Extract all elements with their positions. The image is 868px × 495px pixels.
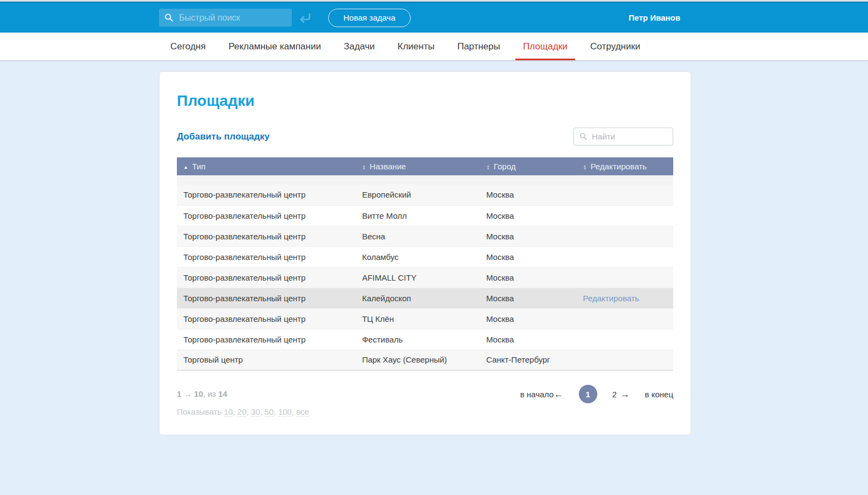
- cell-city: Москва: [480, 185, 576, 205]
- table-row[interactable]: Торгово-развлекательный центрAFIMALL CIT…: [177, 267, 673, 288]
- table-row[interactable]: Торгово-развлекательный центрВитте МоллМ…: [177, 205, 673, 226]
- new-task-button[interactable]: Новая задача: [328, 9, 411, 27]
- table-search-input[interactable]: [592, 132, 667, 141]
- cell-city: Санкт-Петербург: [480, 350, 576, 370]
- page-button-1[interactable]: 1: [579, 385, 597, 403]
- sort-both-icon: ▲▼: [486, 164, 490, 170]
- venues-table: ▲Тип▲▼Название▲▼Город▲▼Редактировать Тор…: [177, 157, 673, 371]
- pagination-first-button[interactable]: в начало: [520, 390, 554, 399]
- cell-city: Москва: [480, 267, 576, 288]
- records-range: 1 → 10, из 14: [177, 389, 309, 398]
- sort-both-icon: ▲▼: [362, 164, 366, 170]
- edit-row-link: [577, 350, 673, 370]
- quick-search-box[interactable]: [159, 9, 292, 27]
- cell-type: Торгово-развлекательный центр: [177, 288, 355, 308]
- main-navigation: СегодняРекламные кампанииЗадачиКлиентыПа…: [0, 33, 868, 61]
- column-header-type[interactable]: ▲Тип: [177, 157, 355, 175]
- nav-tab-clients[interactable]: Клиенты: [390, 33, 442, 60]
- table-row[interactable]: Торгово-развлекательный центрЕвропейский…: [177, 185, 673, 205]
- table-search-box[interactable]: [573, 128, 673, 145]
- quick-search-input[interactable]: [179, 13, 291, 23]
- cell-type: Торгово-развлекательный центр: [177, 226, 355, 246]
- table-row[interactable]: Торгово-развлекательный центрКалейдоскоп…: [177, 288, 673, 308]
- cell-city: Москва: [480, 246, 576, 267]
- edit-row-link[interactable]: Редактировать: [577, 288, 673, 308]
- nav-tab-employees[interactable]: Сотрудники: [583, 33, 648, 60]
- cell-name: Коламбус: [355, 246, 480, 267]
- cell-type: Торгово-развлекательный центр: [177, 329, 355, 350]
- cell-type: Торгово-развлекательный центр: [177, 185, 355, 205]
- cell-city: Москва: [480, 308, 576, 329]
- edit-row-link: [577, 246, 673, 267]
- cell-type: Торгово-развлекательный центр: [177, 267, 355, 288]
- search-icon: [164, 13, 174, 22]
- sort-both-icon: ▲▼: [583, 164, 587, 170]
- search-icon: [579, 132, 588, 141]
- nav-tab-partners[interactable]: Партнеры: [450, 33, 508, 60]
- cell-type: Торгово-развлекательный центр: [177, 205, 355, 226]
- page-size-option[interactable]: 50: [265, 407, 274, 417]
- table-row[interactable]: Торгово-развлекательный центрТЦ КлёнМоск…: [177, 308, 673, 329]
- cell-name: Витте Молл: [355, 205, 480, 226]
- edit-row-link: [577, 185, 673, 205]
- table-row[interactable]: Торговый центрПарк Хаус (Северный)Санкт-…: [177, 350, 673, 370]
- column-header-edit[interactable]: ▲▼Редактировать: [577, 157, 673, 175]
- column-header-name[interactable]: ▲▼Название: [355, 157, 480, 175]
- venues-card: Площадки Добавить площадку ▲Тип▲▼Названи…: [159, 71, 691, 435]
- page-title: Площадки: [177, 92, 673, 110]
- edit-row-link: [577, 267, 673, 288]
- pagination-last-button[interactable]: в конец: [645, 390, 673, 399]
- table-spacer-row: [177, 175, 673, 185]
- nav-tab-venues[interactable]: Площадки: [515, 33, 575, 60]
- cell-name: AFIMALL CITY: [355, 267, 480, 288]
- nav-tab-campaigns[interactable]: Рекламные кампании: [221, 33, 329, 60]
- cell-name: Калейдоскоп: [355, 288, 480, 308]
- edit-row-link: [577, 205, 673, 226]
- table-row[interactable]: Торгово-развлекательный центрВеснаМосква: [177, 226, 673, 246]
- pagination-prev-icon[interactable]: ←: [554, 389, 564, 400]
- add-venue-button[interactable]: Добавить площадку: [177, 131, 270, 142]
- page-size-selector: Показывать 10, 20, 30, 50, 100, все: [177, 407, 309, 416]
- cell-name: Парк Хаус (Северный): [355, 350, 480, 370]
- cell-name: Фестиваль: [355, 329, 480, 350]
- table-row[interactable]: Торгово-развлекательный центрКоламбусМос…: [177, 246, 673, 267]
- cell-city: Москва: [480, 205, 576, 226]
- page-size-option[interactable]: 20: [238, 407, 247, 417]
- footer-left: 1 → 10, из 14 Показывать 10, 20, 30, 50,…: [177, 385, 309, 416]
- cell-type: Торгово-развлекательный центр: [177, 308, 355, 329]
- pagination-next-icon[interactable]: →: [620, 389, 630, 400]
- cell-name: ТЦ Клён: [355, 308, 480, 329]
- topbar: Новая задача Петр Иванов: [0, 2, 868, 33]
- cell-city: Москва: [480, 288, 576, 308]
- cell-city: Москва: [480, 226, 576, 246]
- page-size-option[interactable]: 30: [251, 407, 260, 417]
- page-size-option[interactable]: 10: [224, 407, 233, 417]
- cell-city: Москва: [480, 329, 576, 350]
- cell-type: Торгово-развлекательный центр: [177, 246, 355, 267]
- edit-row-link: [577, 226, 673, 246]
- user-name[interactable]: Петр Иванов: [629, 13, 691, 22]
- page-size-option[interactable]: 100: [278, 407, 292, 417]
- page-size-option[interactable]: все: [296, 407, 309, 417]
- nav-tab-today[interactable]: Сегодня: [163, 33, 213, 60]
- edit-row-link: [577, 308, 673, 329]
- column-header-city[interactable]: ▲▼Город: [480, 157, 576, 175]
- cell-name: Европейский: [355, 185, 480, 205]
- table-row[interactable]: Торгово-развлекательный центрФестивальМо…: [177, 329, 673, 350]
- nav-tab-tasks[interactable]: Задачи: [336, 33, 382, 60]
- page-button-2[interactable]: 2: [609, 390, 620, 399]
- edit-row-link: [577, 329, 673, 350]
- enter-return-icon[interactable]: [297, 10, 312, 25]
- cell-name: Весна: [355, 226, 480, 246]
- pagination: в начало ← 12 → в конец: [520, 385, 673, 403]
- cell-type: Торговый центр: [177, 350, 355, 370]
- sort-asc-icon: ▲: [183, 165, 188, 170]
